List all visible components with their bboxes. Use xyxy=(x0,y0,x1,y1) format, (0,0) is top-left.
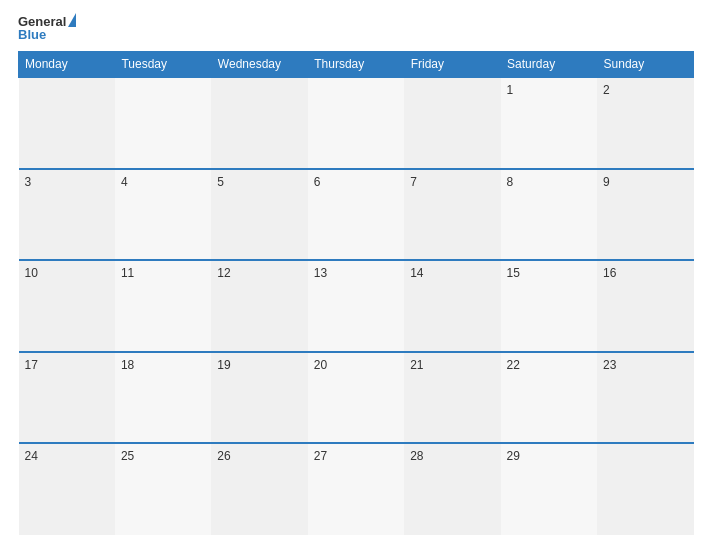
day-cell: 15 xyxy=(501,260,597,352)
day-cell: 26 xyxy=(211,443,307,535)
day-number: 1 xyxy=(507,83,514,97)
weekday-header-sunday: Sunday xyxy=(597,52,693,78)
weekday-header-row: MondayTuesdayWednesdayThursdayFridaySatu… xyxy=(19,52,694,78)
day-cell: 8 xyxy=(501,169,597,261)
logo: General Blue xyxy=(18,15,76,41)
day-number: 28 xyxy=(410,449,423,463)
day-cell: 5 xyxy=(211,169,307,261)
day-number: 10 xyxy=(25,266,38,280)
day-cell: 6 xyxy=(308,169,404,261)
day-cell xyxy=(308,77,404,169)
weekday-header-wednesday: Wednesday xyxy=(211,52,307,78)
day-number: 4 xyxy=(121,175,128,189)
day-number: 8 xyxy=(507,175,514,189)
day-cell: 20 xyxy=(308,352,404,444)
day-number: 26 xyxy=(217,449,230,463)
day-cell: 17 xyxy=(19,352,115,444)
day-number: 9 xyxy=(603,175,610,189)
day-cell: 1 xyxy=(501,77,597,169)
day-cell: 7 xyxy=(404,169,500,261)
day-number: 22 xyxy=(507,358,520,372)
weekday-header-monday: Monday xyxy=(19,52,115,78)
weekday-header-tuesday: Tuesday xyxy=(115,52,211,78)
day-number: 20 xyxy=(314,358,327,372)
day-cell: 18 xyxy=(115,352,211,444)
day-number: 21 xyxy=(410,358,423,372)
day-cell: 13 xyxy=(308,260,404,352)
day-cell xyxy=(404,77,500,169)
day-cell: 27 xyxy=(308,443,404,535)
day-cell: 10 xyxy=(19,260,115,352)
day-cell xyxy=(597,443,693,535)
week-row-4: 17181920212223 xyxy=(19,352,694,444)
logo-triangle-icon xyxy=(68,13,76,27)
weekday-header-friday: Friday xyxy=(404,52,500,78)
day-cell: 16 xyxy=(597,260,693,352)
day-cell: 22 xyxy=(501,352,597,444)
day-number: 18 xyxy=(121,358,134,372)
day-cell: 3 xyxy=(19,169,115,261)
day-number: 19 xyxy=(217,358,230,372)
day-cell: 11 xyxy=(115,260,211,352)
day-cell: 12 xyxy=(211,260,307,352)
calendar-container: General Blue MondayTuesdayWednesdayThurs… xyxy=(0,0,712,550)
week-row-5: 242526272829 xyxy=(19,443,694,535)
day-number: 15 xyxy=(507,266,520,280)
day-number: 11 xyxy=(121,266,134,280)
day-number: 16 xyxy=(603,266,616,280)
day-cell: 19 xyxy=(211,352,307,444)
weekday-header-saturday: Saturday xyxy=(501,52,597,78)
day-number: 13 xyxy=(314,266,327,280)
day-cell: 4 xyxy=(115,169,211,261)
day-number: 29 xyxy=(507,449,520,463)
day-number: 24 xyxy=(25,449,38,463)
week-row-2: 3456789 xyxy=(19,169,694,261)
week-row-3: 10111213141516 xyxy=(19,260,694,352)
day-cell: 28 xyxy=(404,443,500,535)
day-cell: 2 xyxy=(597,77,693,169)
calendar-table: MondayTuesdayWednesdayThursdayFridaySatu… xyxy=(18,51,694,535)
day-cell xyxy=(19,77,115,169)
day-cell: 25 xyxy=(115,443,211,535)
day-number: 14 xyxy=(410,266,423,280)
day-number: 5 xyxy=(217,175,224,189)
day-number: 7 xyxy=(410,175,417,189)
day-number: 3 xyxy=(25,175,32,189)
day-cell: 14 xyxy=(404,260,500,352)
day-cell: 21 xyxy=(404,352,500,444)
logo-blue-text: Blue xyxy=(18,28,46,41)
day-number: 6 xyxy=(314,175,321,189)
weekday-header-thursday: Thursday xyxy=(308,52,404,78)
day-cell: 29 xyxy=(501,443,597,535)
day-number: 23 xyxy=(603,358,616,372)
day-number: 25 xyxy=(121,449,134,463)
day-cell: 9 xyxy=(597,169,693,261)
day-cell xyxy=(115,77,211,169)
day-number: 17 xyxy=(25,358,38,372)
day-number: 27 xyxy=(314,449,327,463)
day-number: 12 xyxy=(217,266,230,280)
week-row-1: 12 xyxy=(19,77,694,169)
calendar-header: General Blue xyxy=(18,15,694,41)
day-cell: 23 xyxy=(597,352,693,444)
day-number: 2 xyxy=(603,83,610,97)
day-cell: 24 xyxy=(19,443,115,535)
day-cell xyxy=(211,77,307,169)
